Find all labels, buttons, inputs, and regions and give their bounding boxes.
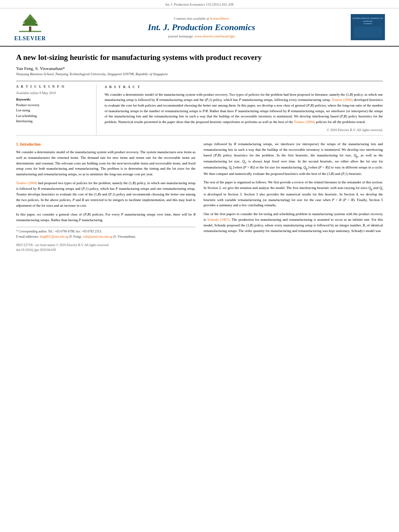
teunter-2004-ref-body[interactable]: Teunter (2004) xyxy=(16,181,37,185)
doi-line: doi:10.1016/j.ijpe.2010.04.018 xyxy=(16,248,195,253)
section1-para3: In this paper, we consider a general cla… xyxy=(16,212,195,223)
svg-rect-1 xyxy=(29,27,31,32)
footnote-corresponding: * Corresponding author. Tel.: +65 6790 4… xyxy=(16,229,195,234)
article-affiliation: Nanyang Business School, Nanyang Technol… xyxy=(16,72,383,76)
svg-point-6 xyxy=(23,24,25,25)
keyword-lot-scheduling: Lot-scheduling xyxy=(16,113,88,119)
journal-cover-area: INTERNATIONAL JOURNAL OFproductioneconom… xyxy=(351,14,387,40)
journal-header-center: Contents lists available at ScienceDirec… xyxy=(52,16,351,38)
footnote-email: E-mail addresses: feng0012@ntu.edu.sg (Y… xyxy=(16,234,195,240)
body-columns: 1. Introduction We consider a determinis… xyxy=(16,142,383,253)
elsevier-logo-area: ELSEVIER xyxy=(8,12,52,42)
journal-cover-thumbnail: INTERNATIONAL JOURNAL OFproductioneconom… xyxy=(351,14,385,40)
section1-para1: We consider a deterministic model of the… xyxy=(16,150,195,177)
section1-para6: One of the first papers to consider the … xyxy=(204,212,383,234)
body-left-column: 1. Introduction We consider a determinis… xyxy=(16,142,195,253)
keyword-product-recovery: Product recovery xyxy=(16,103,88,108)
section1-para4: setups followed by R remanufacturing set… xyxy=(204,142,383,177)
article-container: A new lot-sizing heuristic for manufactu… xyxy=(0,47,399,259)
journal-homepage-line: journal homepage: www.elsevier.com/locat… xyxy=(52,34,351,38)
section1-para5: The rest of the paper is organized as fo… xyxy=(204,180,383,208)
article-info-section: A R T I C L E I N F O Available online 8… xyxy=(16,81,383,136)
section1-heading: 1. Introduction xyxy=(16,142,195,148)
elsevier-logo: ELSEVIER xyxy=(8,12,52,42)
journal-homepage-link[interactable]: www.elsevier.com/locate/ijpe xyxy=(195,34,235,38)
footnote-section: * Corresponding author. Tel.: +65 6790 4… xyxy=(16,227,195,239)
available-online: Available online 8 May 2010 xyxy=(16,91,88,95)
article-title: A new lot-sizing heuristic for manufactu… xyxy=(16,53,383,63)
abstract-text: We consider a deterministic model of the… xyxy=(105,92,383,125)
journal-title: Int. J. Production Economics xyxy=(52,22,351,33)
elsevier-brand-text: ELSEVIER xyxy=(14,35,46,42)
issn-line: 0925-5273/$ - see front matter © 2010 El… xyxy=(16,243,195,248)
abstract-heading: A B S T R A C T xyxy=(105,84,383,90)
email-feng[interactable]: feng0012@ntu.edu.sg xyxy=(40,235,68,238)
teunter-2004-ref-abstract-2[interactable]: Teunter (2004) xyxy=(294,120,315,124)
schrady-1967-ref[interactable]: Schrady (1967) xyxy=(207,218,230,222)
journal-reference-bar: Int. J. Production Economics 133 (2011) … xyxy=(0,0,399,8)
body-right-column: setups followed by R remanufacturing set… xyxy=(204,142,383,253)
section1-para2: Teunter (2004) had proposed two types of… xyxy=(16,181,195,208)
article-info-left: A R T I C L E I N F O Available online 8… xyxy=(16,84,97,135)
journal-ref-text: Int. J. Production Economics 133 (2011) … xyxy=(165,2,234,6)
article-info-heading: A R T I C L E I N F O xyxy=(16,84,88,88)
sciencedirect-link[interactable]: ScienceDirect xyxy=(210,16,229,21)
sciencedirect-line: Contents lists available at ScienceDirec… xyxy=(52,16,351,21)
teunter-2004-ref-abstract[interactable]: Teunter (2004) xyxy=(332,98,353,102)
keyword-interleaving: Interleaving xyxy=(16,119,88,124)
article-info-right: A B S T R A C T We consider a determinis… xyxy=(97,84,383,135)
keyword-lot-sizing: Lot-sizing xyxy=(16,108,88,113)
journal-header: ELSEVIER Contents lists available at Sci… xyxy=(0,8,399,47)
svg-point-5 xyxy=(34,20,35,21)
elsevier-tree-icon xyxy=(14,12,46,35)
email-vish[interactable]: vish@pmail.ntu.edu.sg xyxy=(82,235,112,238)
keywords-label: Keywords: xyxy=(16,97,88,101)
svg-point-4 xyxy=(25,20,27,21)
svg-point-7 xyxy=(36,24,38,25)
article-authors: Yan Feng, S. Viswanathan* xyxy=(16,66,383,71)
copyright-line: © 2010 Elsevier B.V. All rights reserved… xyxy=(105,127,383,135)
